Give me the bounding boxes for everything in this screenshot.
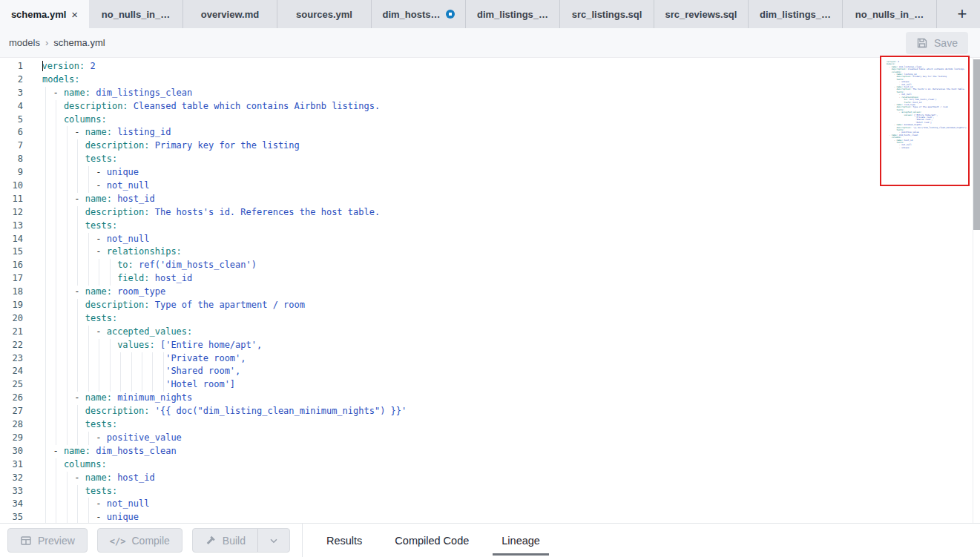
code-line[interactable]: 5columns: (0, 113, 980, 127)
code-token: '{{ doc("dim_listing_clean_minimum_night… (150, 406, 407, 416)
code-line[interactable]: 6- name: listing_id (0, 126, 980, 139)
scrollbar-thumb[interactable] (973, 59, 980, 230)
code-token: - (74, 194, 85, 204)
editor-scrollbar[interactable] (973, 58, 980, 523)
line-content: tests: (23, 312, 117, 326)
tab-src-reviews-sql[interactable]: src_reviews.sql (654, 0, 749, 28)
code-line[interactable]: 24'Shared room', (0, 365, 980, 378)
code-line[interactable]: 22values: ['Entire home/apt', (0, 339, 980, 352)
code-line[interactable]: 34- not_null (0, 498, 980, 511)
code-token: models: (42, 74, 80, 85)
line-number: 28 (0, 418, 23, 432)
code-line[interactable]: 35- unique (0, 511, 980, 523)
line-content: description: Type of the apartment / roo… (23, 299, 305, 312)
code-token: listing_id (112, 127, 171, 137)
code-line[interactable]: 18- name: room_type (0, 286, 980, 299)
code-line[interactable]: 11- name: host_id (0, 193, 980, 206)
code-line[interactable]: 15- relationships: (0, 245, 980, 259)
preview-button-main[interactable]: Preview (8, 529, 87, 552)
tab-label: Results (326, 535, 362, 547)
code-line[interactable]: 21- accepted_values: (0, 326, 980, 339)
compile-button[interactable]: </>Compile (97, 528, 182, 553)
tab-dim-listings[interactable]: dim_listings_… (466, 0, 560, 28)
code-line[interactable]: 8tests: (0, 153, 980, 166)
code-line[interactable]: 29- positive_value (0, 432, 980, 445)
code-line[interactable]: 4description: Cleansed table which conta… (0, 100, 980, 113)
code-icon: </> (110, 535, 126, 547)
code-line[interactable]: 14- not_null (0, 233, 980, 246)
code-line[interactable]: 3- name: dim_listings_clean (0, 87, 980, 100)
code-line[interactable]: 23'Private room', (0, 352, 980, 366)
tab-dim-listings[interactable]: dim_listings_… (749, 0, 843, 28)
tab-lineage[interactable]: Lineage (499, 524, 543, 557)
line-content: - not_null (23, 233, 150, 246)
tab-no-nulls-in[interactable]: no_nulls_in_… (89, 0, 183, 28)
code-line[interactable]: 13tests: (0, 220, 980, 233)
line-content: - name: room_type (23, 286, 165, 299)
code-token: 2 (85, 61, 95, 71)
indent-guides (42, 233, 96, 246)
code-token: host_id (112, 472, 155, 483)
new-tab-button[interactable]: + (944, 0, 980, 28)
line-number: 22 (0, 339, 23, 352)
code-line[interactable]: 17field: host_id (0, 272, 980, 286)
code-line[interactable]: 12description: The hosts's id. Reference… (0, 206, 980, 220)
build-button[interactable]: Build (192, 528, 290, 553)
minimap[interactable]: version: 2models: - name: dim_listings_c… (880, 56, 970, 186)
code-line[interactable]: 9- unique (0, 166, 980, 179)
code-token: name: (85, 194, 112, 204)
line-number: 15 (0, 245, 23, 259)
line-number: 26 (0, 392, 23, 405)
code-line[interactable]: 31columns: (0, 458, 980, 472)
code-line[interactable]: 16to: ref('dim_hosts_clean') (0, 259, 980, 272)
code-line[interactable]: 26- name: minimum_nights (0, 392, 980, 405)
code-token: - (96, 246, 106, 257)
code-line[interactable]: 7description: Primary key for the listin… (0, 139, 980, 153)
code-line[interactable]: 33tests: (0, 485, 980, 498)
line-number: 32 (0, 472, 23, 485)
indent-guides (42, 445, 53, 458)
preview-button[interactable]: Preview (7, 528, 88, 553)
indent-guides (42, 206, 85, 220)
code-token: - (96, 432, 106, 443)
line-content: field: host_id (23, 272, 192, 286)
tab-label: dim_listings_… (477, 9, 548, 20)
code-line[interactable]: 1version: 2 (0, 60, 980, 73)
breadcrumb-models[interactable]: models (9, 37, 40, 48)
code-line[interactable]: 10- not_null (0, 179, 980, 193)
tab-overview-md[interactable]: overview.md (183, 0, 277, 28)
minimap-token: Cleansed table which contains Airbnb lis… (907, 67, 965, 70)
tab-no-nulls-in[interactable]: no_nulls_in_… (843, 0, 937, 28)
line-number: 29 (0, 432, 23, 445)
code-line[interactable]: 28tests: (0, 418, 980, 432)
code-line[interactable]: 27description: '{{ doc("dim_listing_clea… (0, 405, 980, 418)
save-button[interactable]: Save (906, 32, 968, 54)
code-line[interactable]: 20tests: (0, 312, 980, 326)
code-line[interactable]: 25'Hotel room'] (0, 378, 980, 392)
tab-bar: schema.yml×no_nulls_in_…overview.mdsourc… (0, 0, 980, 28)
code-line[interactable]: 32- name: host_id (0, 472, 980, 485)
code-line[interactable]: 19description: Type of the apartment / r… (0, 299, 980, 312)
tab-sources-yml[interactable]: sources.yml (277, 0, 372, 28)
line-number: 12 (0, 206, 23, 220)
code-line[interactable]: 30- name: dim_hosts_clean (0, 445, 980, 458)
code-line[interactable]: 2models: (0, 73, 980, 87)
tab-label: dim_hosts… (382, 9, 440, 20)
line-number: 31 (0, 458, 23, 472)
save-icon (916, 37, 928, 49)
indent-guides (42, 259, 117, 272)
close-icon[interactable]: × (71, 9, 78, 20)
line-content: tests: (23, 485, 117, 498)
code-editor[interactable]: 1version: 22models:3- name: dim_listings… (0, 58, 980, 523)
compile-button-main[interactable]: </>Compile (98, 529, 182, 552)
tab-dim-hosts[interactable]: dim_hosts… (372, 0, 466, 28)
line-content: 'Shared room', (23, 365, 240, 378)
build-button-main[interactable]: Build (193, 529, 257, 552)
tab-results[interactable]: Results (323, 524, 365, 557)
tab-compiled-code[interactable]: Compiled Code (392, 524, 472, 557)
tab-schema-yml[interactable]: schema.yml× (0, 0, 89, 28)
code-token: host_id (150, 273, 193, 283)
line-number: 10 (0, 179, 23, 193)
tab-src-listings-sql[interactable]: src_listings.sql (560, 0, 654, 28)
build-dropdown-button[interactable] (257, 529, 289, 552)
